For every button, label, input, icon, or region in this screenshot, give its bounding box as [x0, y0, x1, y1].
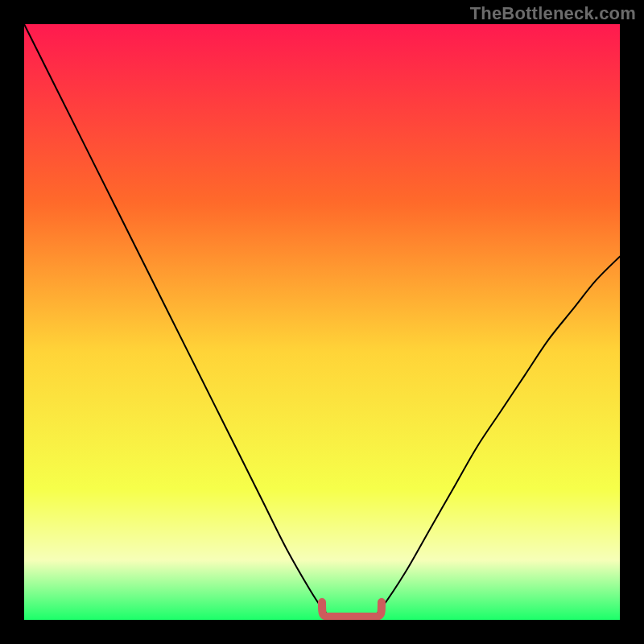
plot-area [24, 24, 620, 620]
bottleneck-chart [24, 24, 620, 620]
chart-frame: TheBottleneck.com [0, 0, 644, 644]
watermark-text: TheBottleneck.com [470, 3, 636, 24]
gradient-background [24, 24, 620, 620]
